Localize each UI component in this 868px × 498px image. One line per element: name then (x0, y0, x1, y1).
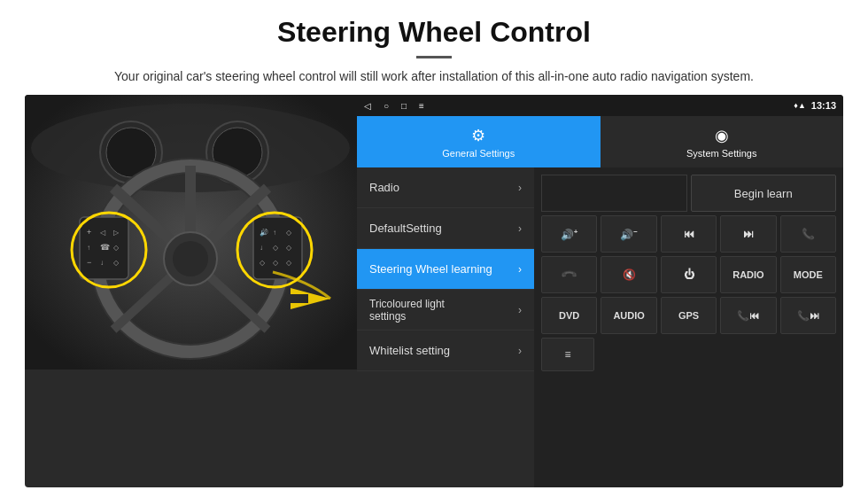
mode-label: MODE (794, 269, 823, 280)
menu-default-chevron: › (518, 222, 522, 235)
vol-down-icon: 🔊− (620, 228, 638, 241)
status-bar-indicators: ♦▲ 13:13 (794, 100, 836, 111)
svg-text:☎: ☎ (100, 243, 110, 252)
tab-system-label: System Settings (686, 148, 756, 159)
svg-text:🔊: 🔊 (260, 228, 268, 237)
prev-track-icon: ⏮ (684, 228, 694, 240)
page-wrapper: Steering Wheel Control Your original car… (0, 0, 868, 498)
svg-text:◇: ◇ (113, 259, 120, 267)
svg-text:◇: ◇ (286, 244, 292, 252)
tab-general-settings[interactable]: ⚙ General Settings (357, 116, 601, 167)
steering-wheel-image: + ↑ − ◁ ☎ ↓ ▷ ◇ ◇ 🔊 ↑ ◇ ↓ ◇ ◇ ◇ ◇ ◇ (25, 95, 357, 370)
menu-tricoloured-label: Tricoloured lightsettings (369, 298, 445, 323)
radio-label: RADIO (732, 269, 763, 280)
car-image-panel: + ↑ − ◁ ☎ ↓ ▷ ◇ ◇ 🔊 ↑ ◇ ↓ ◇ ◇ ◇ ◇ ◇ (25, 95, 357, 487)
svg-text:↑: ↑ (273, 229, 276, 237)
gps-label: GPS (678, 310, 699, 321)
svg-point-14 (173, 241, 208, 276)
svg-text:+: + (87, 228, 91, 237)
vol-up-icon: 🔊+ (561, 228, 578, 241)
menu-radio-chevron: › (518, 182, 522, 194)
mute-icon: 🔇 (623, 268, 636, 281)
svg-text:◇: ◇ (273, 244, 279, 252)
call-next-icon: 📞⏭ (797, 310, 819, 322)
control-row-2: 📞 🔇 ⏻ RADIO MODE (541, 256, 836, 293)
menu-item-steering[interactable]: Steering Wheel learning › (357, 249, 534, 290)
call-prev-button[interactable]: 📞⏮ (720, 297, 776, 334)
title-divider (416, 56, 452, 58)
menu-default-label: DefaultSetting (369, 222, 442, 235)
list-icon: ≡ (564, 348, 570, 361)
home-nav-icon[interactable]: ○ (384, 101, 389, 111)
menu-steering-chevron: › (518, 263, 522, 276)
svg-text:◇: ◇ (273, 259, 279, 267)
control-row-4: ≡ (541, 338, 836, 371)
status-bar: ◁ ○ □ ≡ ♦▲ 13:13 (357, 95, 843, 116)
control-row-1: 🔊+ 🔊− ⏮ ⏭ 📞 (541, 215, 836, 253)
hangup-button[interactable]: 📞 (541, 256, 597, 293)
svg-text:▷: ▷ (113, 229, 120, 237)
android-controls: Begin learn 🔊+ 🔊− ⏮ (534, 167, 843, 487)
subtitle-text: Your original car's steering wheel contr… (89, 67, 779, 86)
recents-nav-icon[interactable]: □ (401, 101, 407, 111)
power-icon: ⏻ (684, 268, 694, 281)
tab-bar: ⚙ General Settings ◉ System Settings (357, 116, 843, 167)
begin-learn-row: Begin learn (541, 175, 836, 212)
back-nav-icon[interactable]: ◁ (364, 101, 371, 111)
prev-track-button[interactable]: ⏮ (661, 215, 717, 253)
general-settings-icon: ⚙ (471, 126, 485, 145)
svg-text:◇: ◇ (113, 244, 120, 252)
svg-text:◁: ◁ (100, 229, 106, 237)
svg-text:◇: ◇ (286, 259, 292, 267)
svg-text:↓: ↓ (100, 259, 104, 267)
dvd-label: DVD (559, 310, 579, 321)
next-track-icon: ⏭ (743, 228, 754, 240)
audio-label: AUDIO (613, 310, 644, 321)
menu-item-whitelist[interactable]: Whitelist setting › (357, 331, 534, 371)
begin-learn-button[interactable]: Begin learn (691, 175, 837, 212)
svg-text:−: − (87, 258, 91, 267)
menu-whitelist-chevron: › (518, 345, 522, 357)
android-panel: ◁ ○ □ ≡ ♦▲ 13:13 ⚙ General Settings ◉ (357, 95, 843, 487)
mute-button[interactable]: 🔇 (601, 256, 656, 293)
menu-nav-icon[interactable]: ≡ (419, 101, 424, 111)
header-section: Steering Wheel Control Your original car… (0, 0, 868, 95)
list-button[interactable]: ≡ (541, 338, 594, 371)
mode-button[interactable]: MODE (780, 256, 836, 293)
android-menu: Radio › DefaultSetting › Steering Wheel … (357, 167, 534, 487)
svg-text:◇: ◇ (286, 229, 292, 237)
power-button[interactable]: ⏻ (661, 256, 717, 293)
control-row-3: DVD AUDIO GPS 📞⏮ 📞⏭ (541, 297, 836, 334)
tab-general-label: General Settings (442, 148, 515, 159)
next-track-button[interactable]: ⏭ (720, 215, 776, 253)
android-content: Radio › DefaultSetting › Steering Wheel … (357, 167, 843, 487)
dvd-button[interactable]: DVD (541, 297, 597, 334)
svg-text:↑: ↑ (87, 244, 90, 252)
radio-button[interactable]: RADIO (720, 256, 776, 293)
call-icon: 📞 (802, 228, 815, 240)
tab-system-settings[interactable]: ◉ System Settings (601, 116, 844, 167)
menu-item-radio[interactable]: Radio › (357, 167, 534, 208)
hangup-icon: 📞 (560, 266, 578, 284)
content-area: + ↑ − ◁ ☎ ↓ ▷ ◇ ◇ 🔊 ↑ ◇ ↓ ◇ ◇ ◇ ◇ ◇ (0, 95, 868, 498)
status-bar-nav: ◁ ○ □ ≡ (364, 101, 424, 111)
begin-learn-spacer (541, 175, 687, 212)
vol-down-button[interactable]: 🔊− (601, 215, 656, 253)
page-title: Steering Wheel Control (35, 16, 833, 49)
menu-steering-label: Steering Wheel learning (369, 262, 492, 276)
menu-item-tricoloured[interactable]: Tricoloured lightsettings › (357, 290, 534, 331)
svg-text:◇: ◇ (260, 259, 266, 267)
audio-button[interactable]: AUDIO (601, 297, 656, 334)
vol-up-button[interactable]: 🔊+ (541, 215, 597, 253)
location-icon: ♦▲ (794, 101, 806, 110)
call-prev-icon: 📞⏮ (737, 310, 759, 322)
svg-text:↓: ↓ (260, 244, 263, 252)
gps-button[interactable]: GPS (661, 297, 717, 334)
system-settings-icon: ◉ (715, 126, 729, 145)
menu-radio-label: Radio (369, 181, 399, 194)
menu-whitelist-label: Whitelist setting (369, 344, 450, 357)
call-next-button[interactable]: 📞⏭ (780, 297, 836, 334)
call-button[interactable]: 📞 (780, 215, 836, 253)
menu-item-default[interactable]: DefaultSetting › (357, 208, 534, 249)
menu-tricoloured-chevron: › (518, 304, 522, 316)
